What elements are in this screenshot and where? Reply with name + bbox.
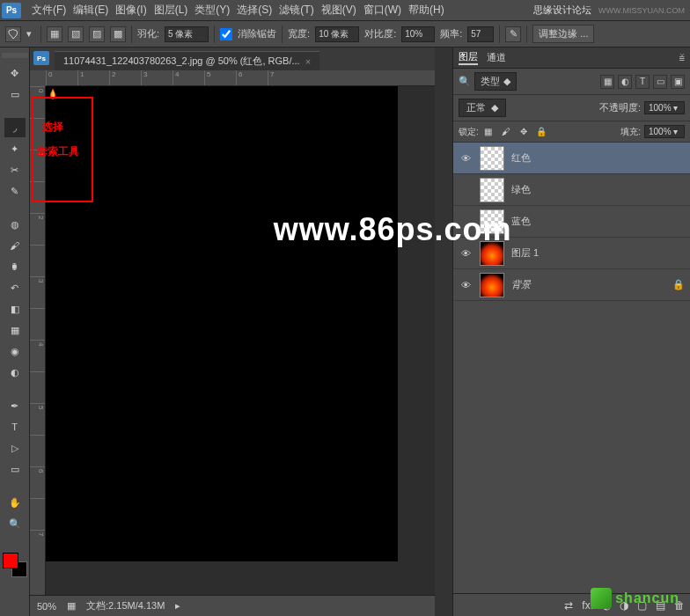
menu-edit[interactable]: 编辑(E) [70,3,112,18]
type-tool[interactable]: T [4,417,26,436]
menu-type[interactable]: 类型(Y) [191,3,233,18]
menu-view[interactable]: 视图(V) [318,3,360,18]
visibility-icon[interactable]: 👁 [459,151,473,165]
visibility-icon[interactable]: 👁 [459,278,473,292]
opacity-input[interactable]: 100% ▾ [644,101,685,114]
tab-channels[interactable]: 通道 [487,51,506,64]
new-selection-icon[interactable]: ▦ [47,26,62,42]
width-input[interactable] [315,26,359,42]
filter-adjust-icon[interactable]: ◐ [618,75,632,89]
pen-pressure-icon[interactable]: ✎ [505,26,521,42]
shape-tool[interactable]: ▭ [4,459,26,479]
clone-stamp-tool[interactable]: ⧯ [4,257,26,276]
status-bar: 50% ▦ 文档:2.15M/4.13M ▸ [30,595,435,616]
filter-pixel-icon[interactable]: ▦ [600,75,614,89]
options-bar: ▾ ▦ ▧ ▨ ▩ 羽化: 消除锯齿 宽度: 对比度: 频率: ✎ 调整边缘 .… [0,21,690,48]
panel-close-icon[interactable]: × [676,49,688,62]
lasso-tool[interactable]: ◞ [4,118,26,137]
toolbox-handle[interactable] [2,53,28,58]
filter-shape-icon[interactable]: ▭ [653,75,667,89]
menu-window[interactable]: 窗口(W) [360,3,405,18]
menu-image[interactable]: 图像(I) [112,3,150,18]
add-selection-icon[interactable]: ▧ [68,26,84,42]
frequency-input[interactable] [467,26,494,42]
menu-help[interactable]: 帮助(H) [405,3,448,18]
eyedropper-tool[interactable]: ✎ [4,181,26,201]
filter-smart-icon[interactable]: ▣ [671,75,685,89]
layer-row[interactable]: 绿色 [453,174,690,206]
mini-logo: Ps [33,51,49,65]
layer-row[interactable]: 👁 红色 [453,143,690,174]
lock-trans-icon[interactable]: ▦ [482,126,495,138]
lock-move-icon[interactable]: ✥ [518,126,530,138]
tool-preset-arrow[interactable]: ▾ [26,28,35,40]
close-tab-icon[interactable]: × [305,56,311,67]
layer-name[interactable]: 红色 [511,151,531,165]
color-swatches[interactable] [3,553,27,577]
visibility-icon[interactable] [459,183,473,197]
hand-tool[interactable]: ✋ [4,493,26,512]
layer-row[interactable]: 👁 背景 🔒 [453,269,690,301]
canvas[interactable] [46,86,398,561]
eraser-tool[interactable]: ◧ [4,299,26,319]
magic-wand-tool[interactable]: ✦ [4,139,26,158]
feather-input[interactable] [165,26,209,42]
layer-name[interactable]: 蓝色 [511,215,531,228]
history-brush-tool[interactable]: ↶ [4,278,26,297]
antialias-label: 消除锯齿 [238,27,276,40]
menu-layer[interactable]: 图层(L) [150,3,192,18]
subtract-selection-icon[interactable]: ▨ [89,26,105,42]
vertical-ruler[interactable]: 01234567 [30,86,46,595]
fill-label: 填充: [620,126,641,138]
lasso-tool-icon[interactable] [5,26,21,42]
zoom-tool[interactable]: 🔍 [4,514,26,533]
layer-name[interactable]: 背景 [511,278,531,291]
layer-thumb[interactable] [480,178,504,202]
contrast-input[interactable] [401,26,435,42]
fill-input[interactable]: 100% ▾ [644,125,685,138]
intersect-selection-icon[interactable]: ▩ [110,26,126,42]
doc-size: 文档:2.15M/4.13M [86,599,165,612]
lock-all-icon[interactable]: 🔒 [535,126,547,138]
layer-name[interactable]: 图层 1 [511,246,539,260]
zoom-level[interactable]: 50% [37,601,56,612]
document-tab[interactable]: 11074431_122403780263_2.jpg @ 50% (红色, R… [55,51,319,70]
bottom-watermark: shancun [591,588,679,609]
refine-edge-button[interactable]: 调整边缘 ... [532,25,594,43]
layer-name[interactable]: 绿色 [511,183,531,196]
link-layers-icon[interactable]: ⇄ [564,599,573,612]
blur-tool[interactable]: ◉ [4,341,26,361]
crop-tool[interactable]: ✂ [4,160,26,180]
lock-indicator-icon: 🔒 [672,279,685,290]
dodge-tool[interactable]: ◐ [4,363,26,382]
panel-tabs: 图层 通道 ≡ [453,48,690,69]
foreground-color[interactable] [3,553,18,568]
menu-file[interactable]: 文件(F) [28,3,70,18]
layer-thumb[interactable] [480,146,504,171]
blend-mode-select[interactable]: 正常◆ [459,99,506,117]
path-select-tool[interactable]: ▷ [4,438,26,458]
healing-brush-tool[interactable]: ◍ [4,215,26,234]
move-tool[interactable]: ✥ [4,63,26,83]
layer-thumb[interactable] [480,273,504,297]
tab-layers[interactable]: 图层 [459,50,478,65]
lock-paint-icon[interactable]: 🖌 [500,126,512,138]
marquee-tool[interactable]: ▭ [4,84,26,104]
shancun-text: shancun [615,590,679,606]
pen-tool[interactable]: ✒ [4,396,26,415]
brush-tool[interactable]: 🖌 [4,236,26,255]
gradient-tool[interactable]: ▦ [4,320,26,340]
menu-filter[interactable]: 滤镜(T) [275,3,317,18]
horizontal-ruler[interactable]: 01234567 [46,70,435,86]
layer-filter-row: 🔍 类型◆ ▦ ◐ T ▭ ▣ [453,69,690,95]
filter-type-icon[interactable]: T [635,75,650,89]
watermark: www.86ps.com [274,211,512,248]
filter-type-select[interactable]: 类型◆ [474,72,517,91]
menu-select[interactable]: 选择(S) [233,3,275,18]
antialias-checkbox[interactable] [220,28,232,40]
forum-url: WWW.MISSYUAN.COM [598,6,685,15]
nav-icon[interactable]: ▦ [67,600,76,612]
status-arrow-icon[interactable]: ▸ [175,600,180,612]
document-title: 11074431_122403780263_2.jpg @ 50% (红色, R… [63,55,300,68]
shancun-logo-icon [591,588,612,609]
